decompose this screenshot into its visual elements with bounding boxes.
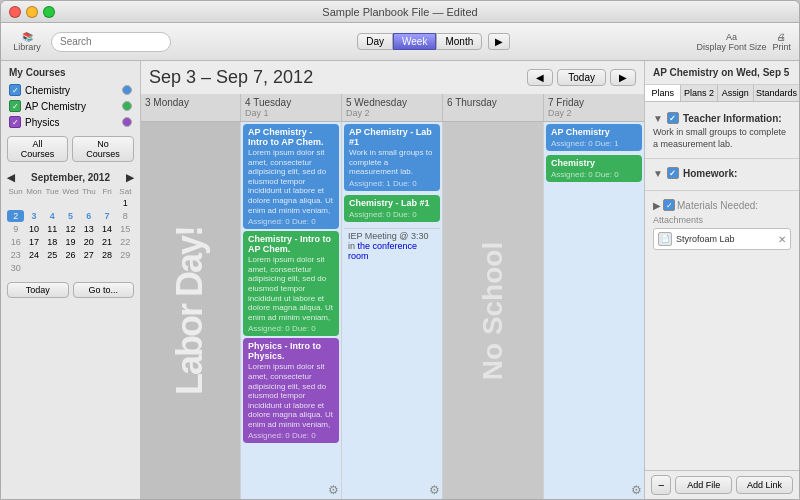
calendar-nav: ◀ Today ▶ bbox=[527, 69, 636, 86]
event-card-ap-chem-lab[interactable]: AP Chemistry - Lab #1 Work in small grou… bbox=[344, 124, 440, 191]
labor-day-text: Labor Day! bbox=[170, 226, 212, 394]
doc-icon: 📄 bbox=[658, 232, 672, 246]
rp-tab-plans[interactable]: Plans bbox=[645, 85, 681, 101]
mini-calendar: ◀ September, 2012 ▶ Sun Mon Tue Wed Thu … bbox=[1, 168, 140, 278]
col-header-wednesday: 5 Wednesday Day 2 bbox=[342, 94, 443, 121]
all-courses-button[interactable]: All Courses bbox=[7, 136, 68, 162]
event-card-chem-intro[interactable]: Chemistry - Intro to AP Chem. Lorem ipsu… bbox=[243, 231, 339, 336]
teacher-info-text: Work in small groups to complete a measu… bbox=[653, 127, 791, 150]
print-icon: 🖨 bbox=[777, 32, 786, 42]
rp-remove-button[interactable]: − bbox=[651, 475, 671, 495]
add-file-button[interactable]: Add File bbox=[675, 476, 732, 494]
iep-meeting-event[interactable]: IEP Meeting @ 3:30 in the conference roo… bbox=[344, 228, 440, 263]
titlebar: Sample Planbook File — Edited bbox=[1, 1, 799, 23]
cal-today-button[interactable]: Today bbox=[557, 69, 606, 86]
calendar-col-thursday: No School bbox=[443, 122, 544, 499]
rp-divider-2 bbox=[645, 190, 799, 191]
tuesday-settings-icon[interactable]: ⚙ bbox=[328, 483, 339, 497]
course-check-chemistry[interactable]: ✓ bbox=[9, 84, 21, 96]
window-controls bbox=[9, 6, 55, 18]
teacher-info-check[interactable]: ✓ bbox=[667, 112, 679, 124]
course-item-chemistry[interactable]: ✓ Chemistry bbox=[1, 82, 140, 98]
toolbar: 📚 Library Day Week Month ▶ Aa Display Fo… bbox=[1, 23, 799, 61]
no-school-text: No School bbox=[477, 241, 509, 379]
maximize-button[interactable] bbox=[43, 6, 55, 18]
search-box[interactable] bbox=[51, 32, 171, 52]
rp-tab-assign[interactable]: Assign bbox=[718, 85, 754, 101]
col-header-thursday: 6 Thursday bbox=[443, 94, 544, 121]
calendar-grid-body: Labor Day! AP Chemistry - Intro to AP Ch… bbox=[141, 122, 644, 499]
mini-cal-prev-arrow[interactable]: ◀ bbox=[7, 172, 15, 183]
rp-tab-standards[interactable]: Standards bbox=[754, 85, 799, 101]
rp-header: AP Chemistry on Wed, Sep 5 bbox=[645, 61, 799, 85]
display-font-size-button[interactable]: Aa Display Font Size bbox=[696, 32, 766, 52]
my-courses-label: My Courses bbox=[1, 61, 140, 82]
event-card-chem-friday[interactable]: Chemistry Assigned: 0 Due: 0 bbox=[546, 155, 642, 182]
calendar-col-monday: Labor Day! bbox=[141, 122, 241, 499]
day-view-button[interactable]: Day bbox=[357, 33, 393, 50]
week-view-button[interactable]: Week bbox=[393, 33, 436, 50]
print-button[interactable]: 🖨 Print bbox=[772, 32, 791, 52]
course-label-ap-chemistry: AP Chemistry bbox=[25, 101, 118, 112]
course-check-physics[interactable]: ✓ bbox=[9, 116, 21, 128]
library-button[interactable]: 📚 Library bbox=[9, 32, 45, 52]
window-title: Sample Planbook File — Edited bbox=[322, 6, 477, 18]
rp-divider-1 bbox=[645, 158, 799, 159]
event-card-physics-intro[interactable]: Physics - Intro to Physics. Lorem ipsum … bbox=[243, 338, 339, 443]
next-arrow-button[interactable]: ▶ bbox=[488, 33, 510, 50]
homework-collapse-arrow[interactable]: ▼ bbox=[653, 168, 663, 179]
mini-cal-next-arrow[interactable]: ▶ bbox=[126, 172, 134, 183]
event-card-ap-chem-intro[interactable]: AP Chemistry - Intro to AP Chem. Lorem i… bbox=[243, 124, 339, 229]
cal-next-button[interactable]: ▶ bbox=[610, 69, 636, 86]
close-button[interactable] bbox=[9, 6, 21, 18]
rp-materials-section: ▶ ✓ Materials Needed: Attachments 📄 Styr… bbox=[645, 195, 799, 256]
minimize-button[interactable] bbox=[26, 6, 38, 18]
event-card-ap-chem-friday[interactable]: AP Chemistry Assigned: 0 Due: 1 bbox=[546, 124, 642, 151]
calendar-area: Sep 3 – Sep 7, 2012 ◀ Today ▶ 3 Monday 4… bbox=[141, 61, 644, 499]
materials-collapse-arrow[interactable]: ▶ bbox=[653, 200, 661, 211]
font-size-icon: Aa bbox=[726, 32, 737, 42]
no-courses-button[interactable]: No Courses bbox=[72, 136, 134, 162]
friday-settings-icon[interactable]: ⚙ bbox=[631, 483, 642, 497]
search-input[interactable] bbox=[60, 36, 162, 47]
rp-homework-section: ▼ ✓ Homework: bbox=[645, 163, 799, 186]
col-header-monday: 3 Monday bbox=[141, 94, 241, 121]
course-item-ap-chemistry[interactable]: ✓ AP Chemistry bbox=[1, 98, 140, 114]
event-card-chem-lab[interactable]: Chemistry - Lab #1 Assigned: 0 Due: 0 bbox=[344, 195, 440, 222]
mini-cal-title: September, 2012 bbox=[31, 172, 110, 183]
view-switcher: Day Week Month bbox=[357, 33, 482, 50]
attachment-name: Styrofoam Lab bbox=[676, 234, 735, 244]
course-dot-physics bbox=[122, 117, 132, 127]
col-header-friday: 7 Friday Day 2 bbox=[544, 94, 644, 121]
right-panel: AP Chemistry on Wed, Sep 5 Plans Plans 2… bbox=[644, 61, 799, 499]
materials-label: Materials Needed: bbox=[677, 200, 758, 211]
materials-check[interactable]: ✓ bbox=[663, 199, 675, 211]
attachment-styrofoam-lab[interactable]: 📄 Styrofoam Lab ✕ bbox=[653, 228, 791, 250]
main-area: My Courses ✓ Chemistry ✓ AP Chemistry ✓ … bbox=[1, 61, 799, 499]
calendar-grid-header: 3 Monday 4 Tuesday Day 1 5 Wednesday Day… bbox=[141, 94, 644, 122]
add-link-button[interactable]: Add Link bbox=[736, 476, 793, 494]
attachment-remove-icon[interactable]: ✕ bbox=[778, 234, 786, 245]
course-label-chemistry: Chemistry bbox=[25, 85, 118, 96]
col-header-tuesday: 4 Tuesday Day 1 bbox=[241, 94, 342, 121]
mini-cal-grid: Sun Mon Tue Wed Thu Fri Sat 1 2 bbox=[7, 187, 134, 274]
course-dot-chemistry bbox=[122, 85, 132, 95]
course-label-physics: Physics bbox=[25, 117, 118, 128]
calendar-col-wednesday: AP Chemistry - Lab #1 Work in small grou… bbox=[342, 122, 443, 499]
homework-check[interactable]: ✓ bbox=[667, 167, 679, 179]
library-icon: 📚 bbox=[22, 32, 33, 42]
rp-tab-plans2[interactable]: Plans 2 bbox=[681, 85, 717, 101]
course-item-physics[interactable]: ✓ Physics bbox=[1, 114, 140, 130]
today-nav-button[interactable]: Today bbox=[7, 282, 69, 298]
course-check-ap-chemistry[interactable]: ✓ bbox=[9, 100, 21, 112]
rp-tabs: Plans Plans 2 Assign Standards bbox=[645, 85, 799, 102]
left-panel: My Courses ✓ Chemistry ✓ AP Chemistry ✓ … bbox=[1, 61, 141, 499]
cal-prev-button[interactable]: ◀ bbox=[527, 69, 553, 86]
month-view-button[interactable]: Month bbox=[436, 33, 482, 50]
teacher-info-collapse-arrow[interactable]: ▼ bbox=[653, 113, 663, 124]
main-window: Sample Planbook File — Edited 📚 Library … bbox=[0, 0, 800, 500]
homework-label: Homework: bbox=[683, 168, 737, 179]
calendar-col-friday: AP Chemistry Assigned: 0 Due: 1 Chemistr… bbox=[544, 122, 644, 499]
wednesday-settings-icon[interactable]: ⚙ bbox=[429, 483, 440, 497]
goto-nav-button[interactable]: Go to... bbox=[73, 282, 135, 298]
